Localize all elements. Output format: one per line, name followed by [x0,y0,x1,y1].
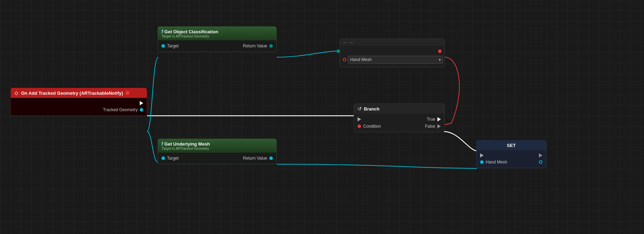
get-obj-class-title: Get Object Classification [164,29,218,34]
set-exec-in-pin [480,153,484,158]
compare-left-open-pin [343,58,346,61]
get-obj-class-body: Target Return Value [158,40,276,52]
compare-top-row [340,48,444,54]
get-mesh-header: f Get Underlying Mesh Target is ARTracke… [158,139,276,153]
branch-exec-in-pin [358,117,361,121]
compare-top-left-pin [337,49,340,53]
compare-dropdown-row: Hand Mesh Floor Ceiling Wall ▼ [340,54,444,65]
set-node: SET Hand Mesh [476,140,546,168]
func-icon: f [161,29,163,34]
event-node: ◇ On Add Tracked Geometry (ARTrackableNo… [11,88,147,116]
set-node-header: SET [477,141,546,150]
compare-node-header: — — [340,39,444,46]
set-node-title: SET [507,143,515,148]
get-underlying-mesh-node: f Get Underlying Mesh Target is ARTracke… [158,139,277,164]
get-mesh-func-icon: f [161,141,163,147]
branch-node-header: ↺ Branch [354,104,444,114]
event-icon: ◇ [14,90,18,96]
branch-exec-row: True [354,116,444,123]
branch-false-pin [437,124,441,128]
get-mesh-pins: Target Return Value [158,155,276,162]
get-obj-return-label: Return Value [243,44,267,48]
event-tracked-geo-pin [140,108,143,112]
branch-node-body: True Condition False [354,114,444,132]
compare-right-pin [438,49,442,53]
branch-true-pin [437,117,441,121]
branch-false-label: False [425,124,435,129]
event-exec-pin-row [11,100,147,106]
set-exec-row [477,152,546,159]
get-mesh-target-pin [161,156,165,160]
branch-node: ↺ Branch True Condition False [354,103,445,132]
compare-dropdown[interactable]: Hand Mesh Floor Ceiling Wall [348,56,443,63]
get-obj-class-subtitle: Target is ARTracked Geometry [161,34,273,38]
get-obj-class-node: f Get Object Classification Target is AR… [158,26,277,52]
set-exec-out-pin [539,153,542,158]
event-node-header: ◇ On Add Tracked Geometry (ARTrackableNo… [11,88,147,98]
set-hand-mesh-in-pin [480,160,484,164]
event-stop-icon [126,91,129,95]
compare-dashes: — — [343,40,354,45]
branch-loop-icon: ↺ [358,106,362,112]
set-hand-mesh-row: Hand Mesh [477,159,546,166]
event-tracked-geo-row: Tracked Geometry [11,106,147,113]
get-mesh-target-label: Target [167,156,179,161]
event-exec-out-pin [140,101,143,105]
branch-condition-label: Condition [363,124,381,129]
set-node-body: Hand Mesh [477,150,546,168]
event-node-body: Tracked Geometry [11,98,147,115]
branch-condition-pin [358,125,361,128]
get-obj-class-pins: Target Return Value [158,42,276,49]
get-obj-class-header: f Get Object Classification Target is AR… [158,27,276,40]
get-mesh-return-pin [269,156,273,160]
get-mesh-title: Get Underlying Mesh [164,141,210,147]
get-obj-return-pin [269,44,273,48]
event-node-title: On Add Tracked Geometry (ARTrackableNoti… [21,91,123,96]
event-tracked-geo-label: Tracked Geometry [103,107,138,112]
branch-true-label: True [427,117,435,122]
get-mesh-subtitle: Target is ARTracked Geometry [161,147,273,151]
compare-node-body: Hand Mesh Floor Ceiling Wall ▼ [340,46,444,67]
get-obj-target-label: Target [167,44,179,48]
get-mesh-body: Target Return Value [158,153,276,164]
branch-condition-row: Condition False [354,123,444,130]
get-mesh-return-label: Return Value [243,156,267,161]
compare-node: — — Hand Mesh Floor Ceiling Wall ▼ [340,39,445,67]
dropdown-arrow-icon: ▼ [438,58,442,62]
branch-node-title: Branch [364,106,380,112]
set-hand-mesh-out-pin [539,160,542,164]
get-obj-target-pin [161,44,165,48]
set-hand-mesh-label: Hand Mesh [486,160,507,165]
